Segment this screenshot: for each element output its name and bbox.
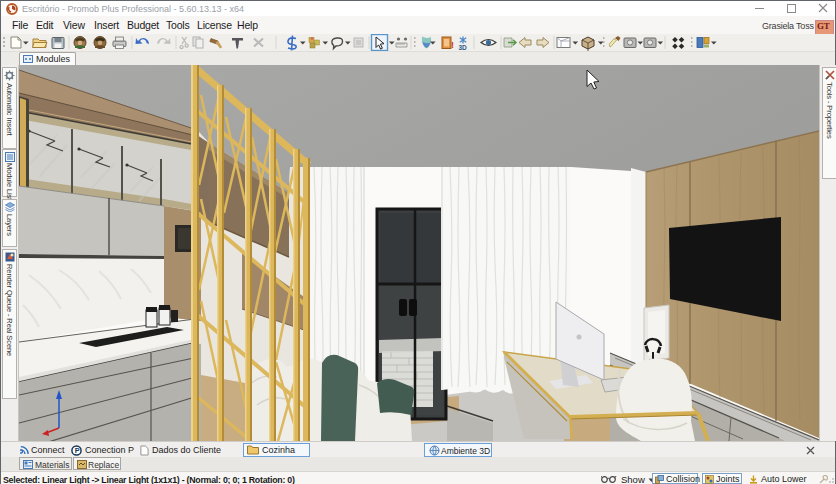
svg-text:P: P (75, 446, 80, 455)
svg-text:3D: 3D (459, 44, 468, 51)
svg-text:!: ! (451, 40, 454, 50)
